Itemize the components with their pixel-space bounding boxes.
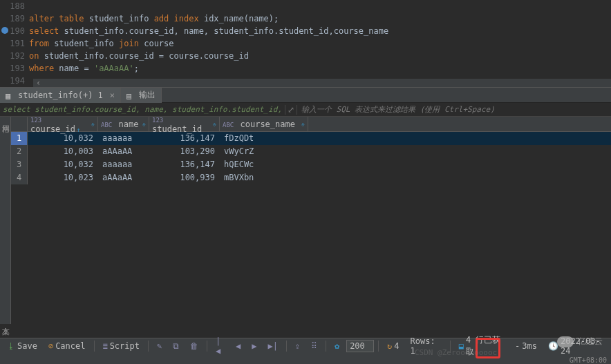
table-row[interactable]: 310,032aaaaaa136,147hQECWc [11,158,611,171]
delete-icon[interactable]: 🗑 [186,339,203,353]
filter-icon[interactable]: ⎀ [142,121,146,128]
export-icon[interactable]: ⇪ [291,339,304,353]
column-header-student_id[interactable]: 123 student_id⎀ [149,117,220,131]
cell-course_name[interactable]: fDzQDt [220,132,308,145]
column-name: student_id [152,124,202,134]
sql-editor[interactable]: 188189alter table student_info add index… [0,0,611,87]
script-button[interactable]: ≣ Script [98,339,144,353]
page-size-input[interactable] [346,340,374,352]
cell-name[interactable]: aAAaAA [98,145,149,158]
line-number: 190 [0,25,29,37]
code-line[interactable]: from student_info join course [29,37,611,50]
column-name: course_id [30,124,75,134]
csdn-watermark: CSDN @Zerooooooooc [415,348,497,357]
duplicate-icon[interactable]: ⧉ [169,339,183,353]
row-number[interactable]: 3 [11,158,28,171]
cell-student_id[interactable]: 103,290 [149,145,220,158]
row-number[interactable]: 2 [11,145,28,158]
table-row[interactable]: 110,032aaaaaa136,147fDzQDt [11,132,611,145]
cancel-button[interactable]: ⊘ Cancel [44,339,90,353]
prev-page-icon[interactable]: ◀ [232,339,245,353]
last-page-icon[interactable]: ▶| [263,339,281,353]
type-icon: ABC [223,122,234,128]
cell-course_name[interactable]: vWyCrZ [220,145,308,158]
table-row[interactable]: 410,023aAAaAA100,939mBVXbn [11,171,611,184]
filter-icon[interactable]: ⎀ [91,121,95,128]
line-number: 188 [0,0,29,12]
column-name: name [119,119,139,129]
grid-icon: ▦ [6,91,14,99]
type-icon: ABC [101,122,112,128]
cell-course_name[interactable]: hQECWc [220,158,308,171]
grid-mode-gutter[interactable]: 网格 文本 [0,117,11,324]
type-icon: 123 [30,117,41,124]
line-number: 192 [0,50,29,62]
line-number: 193 [0,62,29,75]
timing: - 3ms [511,339,541,353]
cell-name[interactable]: aaaaaa [98,158,149,171]
line-number: 189 [0,12,29,25]
code-line[interactable]: alter table student_info add index idx_n… [29,12,611,25]
type-icon: 123 [152,117,163,124]
first-page-icon[interactable]: |◀ [212,339,229,353]
edit-icon[interactable]: ✎ [153,339,166,353]
tab-label: 输出 [139,89,156,101]
cloud-icon [557,336,574,347]
settings-tiny-icon[interactable]: ⠿ [307,339,321,353]
tab--[interactable]: ▤输出 [121,88,162,103]
cell-course_id[interactable]: 10,032 [28,132,98,145]
cell-student_id[interactable]: 100,939 [149,171,220,184]
filter-icon[interactable]: ⎀ [301,121,305,128]
column-name: course_name [241,119,295,129]
next-page-icon[interactable]: ▶ [247,339,261,353]
output-icon: ▤ [126,91,135,99]
cell-course_name[interactable]: mBVXbn [220,171,308,184]
code-line[interactable]: on student_info.course_id = course.cours… [29,50,611,62]
cell-name[interactable]: aAAaAA [98,171,149,184]
tab-student_info-1[interactable]: ▦student_info(+) 1× [0,88,121,103]
result-tab-bar: ▦student_info(+) 1×▤输出 [0,87,611,103]
cell-student_id[interactable]: 136,147 [149,132,220,145]
close-icon[interactable]: × [110,90,115,100]
cell-course_id[interactable]: 10,023 [28,171,98,184]
code-line[interactable] [29,0,611,12]
code-line[interactable]: select student_info.course_id, name, stu… [29,25,611,37]
editor-scrollbar[interactable]: ‹ [33,79,611,87]
expand-icon[interactable]: ⤢ [285,105,297,115]
cell-course_id[interactable]: 10,003 [28,145,98,158]
row-number[interactable]: 4 [11,171,28,184]
filter-bar: select student_info.course_id, name, stu… [0,103,611,117]
column-header-course_id[interactable]: 123 course_id↑⎀ [28,117,98,131]
filter-icon[interactable]: ⎀ [213,121,216,128]
refresh-button[interactable]: ↻ 4 [383,339,403,353]
tab-label: student_info(+) 1 [18,90,103,100]
row-number[interactable]: 1 [11,132,28,145]
results-grid[interactable]: 123 course_id↑⎀ABC name⎀123 student_id⎀A… [11,117,611,324]
code-line[interactable]: where name = 'aAAaAA'; [29,62,611,75]
column-header-name[interactable]: ABC name⎀ [98,117,149,131]
line-number: 191 [0,37,29,50]
sql-echo: select student_info.course_id, name, stu… [0,105,285,114]
sort-asc-icon[interactable]: ↑ [77,126,80,133]
cell-name[interactable]: aaaaaa [98,132,149,145]
grid-corner[interactable] [11,117,28,131]
save-button[interactable]: ⭳ Save [3,339,41,353]
table-row[interactable]: 210,003aAAaAA103,290vWyCrZ [11,145,611,158]
cell-course_id[interactable]: 10,032 [28,158,98,171]
yisu-watermark: 亿速云 [557,336,603,347]
grid-toolbar: ⭳ Save ⊘ Cancel ≣ Script ✎ ⧉ 🗑 |◀ ◀ ▶ ▶|… [0,338,611,364]
line-number: 194 [0,75,29,87]
gear-icon[interactable]: ✿ [330,339,344,353]
filter-input[interactable] [297,105,611,114]
cell-student_id[interactable]: 136,147 [149,158,220,171]
column-header-course_name[interactable]: ABC course_name⎀ [220,117,308,131]
timezone: GMT+08:00 [570,356,607,364]
